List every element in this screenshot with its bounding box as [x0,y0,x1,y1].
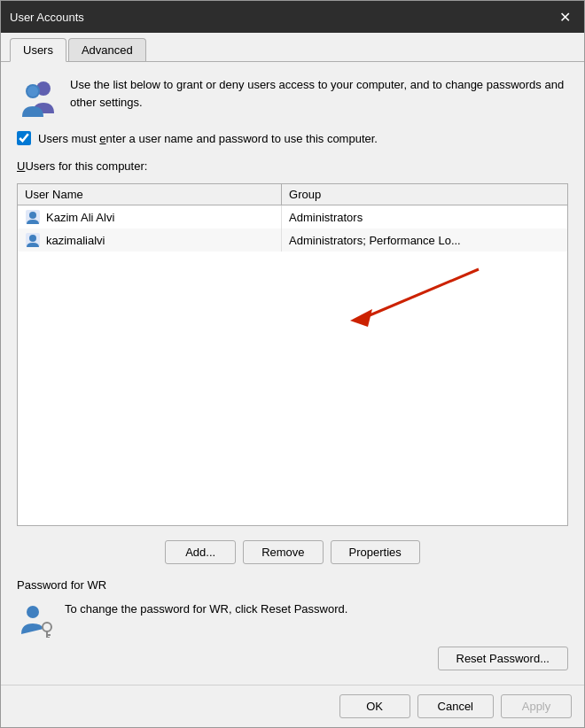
column-header-username: User Name [18,184,282,205]
user-accounts-dialog: User Accounts ✕ Users Advanced [0,0,585,728]
password-section-title: Password for WR [17,578,568,592]
tab-advanced[interactable]: Advanced [68,38,146,61]
properties-button[interactable]: Properties [331,540,420,564]
svg-rect-12 [46,634,51,636]
users-table: User Name Group [18,184,567,340]
add-button[interactable]: Add... [165,540,236,564]
info-row: Use the list below to grant or deny user… [17,76,568,119]
svg-point-6 [29,235,36,242]
password-row: To change the password for WR, click Res… [17,600,568,638]
cancel-button[interactable]: Cancel [417,694,494,718]
table-row[interactable]: kazimalialvi Administrators; Performance… [18,228,567,252]
user-cell: Kazim Ali Alvi [25,209,274,225]
users-icon [17,76,59,119]
reset-password-row: Reset Password... [17,647,568,670]
tab-bar: Users Advanced [1,33,584,62]
dialog-footer: OK Cancel Apply [1,685,584,727]
tab-users[interactable]: Users [10,38,66,62]
must-enter-password-row[interactable]: Users must enter a user name and passwor… [17,131,568,145]
title-bar: User Accounts ✕ [1,1,584,33]
info-description: Use the list below to grant or deny user… [70,76,568,111]
reset-password-button[interactable]: Reset Password... [438,647,569,670]
apply-button[interactable]: Apply [501,694,572,718]
svg-point-4 [29,212,36,219]
users-section-title: UUsers for this computer: [17,159,568,173]
svg-point-10 [43,623,51,631]
must-enter-label: Users must enter a user name and passwor… [38,132,378,145]
column-header-group: Group [282,184,567,205]
svg-line-7 [363,269,479,318]
user-avatar-icon [25,232,41,248]
svg-rect-13 [46,637,50,638]
user-cell: kazimalialvi [25,232,274,248]
users-table-container: User Name Group [17,183,568,526]
svg-point-9 [27,606,39,618]
dialog-title: User Accounts [10,11,84,24]
arrow-row [18,252,567,340]
username-cell: kazimalialvi [46,234,105,247]
user-avatar-icon [25,209,41,225]
close-button[interactable]: ✕ [554,6,575,27]
svg-point-2 [27,86,38,97]
ok-button[interactable]: OK [339,694,410,718]
password-section: Password for WR To change the password f… [17,578,568,670]
tab-content-users: Use the list below to grant or deny user… [1,62,584,685]
username-cell: Kazim Ali Alvi [46,211,114,224]
password-description: To change the password for WR, click Res… [65,600,568,618]
group-cell: Administrators; Performance Lo... [282,228,567,252]
svg-marker-8 [350,309,372,327]
group-cell: Administrators [282,205,567,229]
red-arrow [337,260,496,331]
table-action-buttons: Add... Remove Properties [17,540,568,564]
must-enter-checkbox[interactable] [17,131,31,145]
table-row[interactable]: Kazim Ali Alvi Administrators [18,205,567,229]
password-icon [17,600,54,638]
remove-button[interactable]: Remove [243,540,323,564]
